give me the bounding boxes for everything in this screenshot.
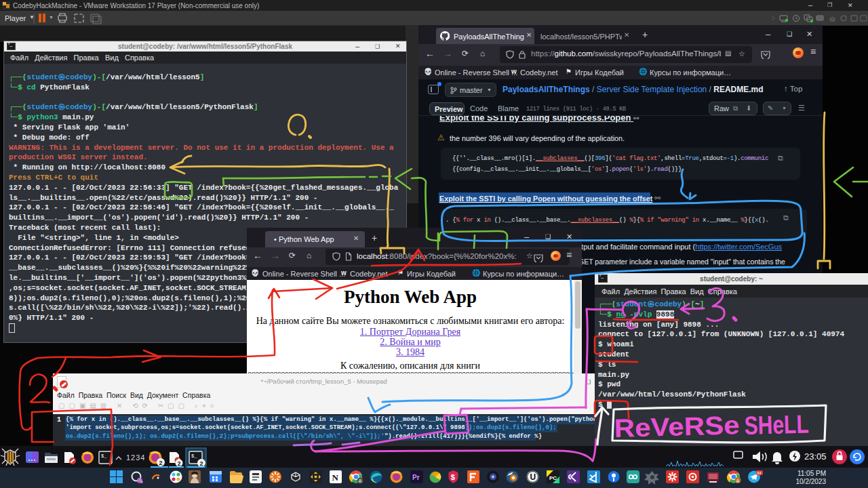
svg-text:ReVeRSe: ReVeRSe: [614, 411, 740, 443]
svg-text:SHeLL: SHeLL: [744, 410, 809, 440]
